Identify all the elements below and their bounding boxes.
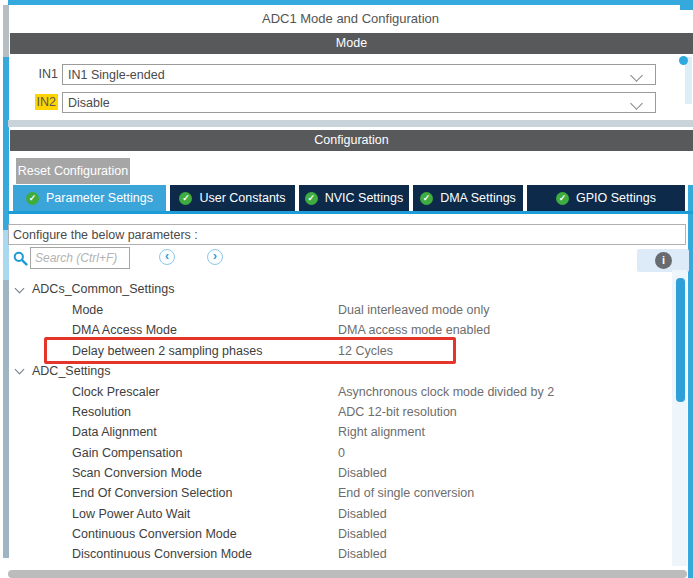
param-label: Delay between 2 sampling phases bbox=[72, 341, 262, 361]
param-value[interactable]: ADC 12-bit resolution bbox=[338, 402, 457, 422]
chevron-down-icon bbox=[630, 69, 643, 82]
param-row[interactable]: ResolutionADC 12-bit resolution bbox=[8, 402, 672, 422]
param-row[interactable]: Data AlignmentRight alignment bbox=[8, 422, 672, 442]
param-group-header[interactable]: ADC_Settings bbox=[8, 361, 672, 382]
right-panel-border bbox=[688, 185, 693, 578]
param-group-name: ADC_Settings bbox=[32, 361, 111, 382]
configure-parameters-hint: Configure the below parameters : bbox=[8, 224, 686, 245]
param-row[interactable]: Scan Conversion ModeDisabled bbox=[8, 463, 672, 483]
tab-label: DMA Settings bbox=[440, 191, 516, 205]
in1-select-value: IN1 Single-ended bbox=[68, 68, 165, 82]
in1-label: IN1 bbox=[0, 64, 58, 85]
param-row[interactable]: Gain Compensation0 bbox=[8, 443, 672, 463]
param-value[interactable]: Dual interleaved mode only bbox=[338, 300, 489, 320]
check-circle-icon: ✓ bbox=[420, 192, 433, 205]
info-icon: i bbox=[655, 252, 672, 269]
param-value[interactable]: Right alignment bbox=[338, 422, 425, 442]
param-row[interactable]: Clock PrescalerAsynchronous clock mode d… bbox=[8, 382, 672, 402]
tab-parameter-settings[interactable]: ✓ Parameter Settings bbox=[13, 185, 166, 211]
mode-scrollbar-thumb bbox=[679, 56, 688, 65]
configuration-section-header: Configuration bbox=[10, 130, 693, 151]
mode-horizontal-scrollbar[interactable] bbox=[8, 120, 693, 127]
param-group-header[interactable]: ADCs_Common_Settings bbox=[8, 279, 672, 300]
param-label: Scan Conversion Mode bbox=[72, 463, 202, 483]
param-value[interactable]: End of single conversion bbox=[338, 483, 474, 503]
param-label: Mode bbox=[72, 300, 103, 320]
param-label: Data Alignment bbox=[72, 422, 157, 442]
param-value[interactable]: Disabled bbox=[338, 463, 387, 483]
param-value[interactable]: Asynchronous clock mode divided by 2 bbox=[338, 382, 554, 402]
param-label: Low Power Auto Wait bbox=[72, 504, 190, 524]
tab-underline bbox=[8, 211, 693, 214]
tab-label: GPIO Settings bbox=[576, 191, 656, 205]
tab-label: User Constants bbox=[199, 191, 285, 205]
param-row[interactable]: End Of Conversion SelectionEnd of single… bbox=[8, 483, 672, 503]
in2-select[interactable]: Disable bbox=[62, 92, 656, 113]
check-circle-icon: ✓ bbox=[179, 192, 192, 205]
check-circle-icon: ✓ bbox=[305, 192, 318, 205]
in1-select[interactable]: IN1 Single-ended bbox=[62, 64, 656, 85]
tab-user-constants[interactable]: ✓ User Constants bbox=[170, 185, 295, 211]
param-value[interactable]: 12 Cycles bbox=[338, 341, 393, 361]
check-circle-icon: ✓ bbox=[26, 192, 39, 205]
param-row[interactable]: ModeDual interleaved mode only bbox=[8, 300, 672, 320]
search-next-button[interactable]: › bbox=[207, 249, 223, 265]
tab-nvic-settings[interactable]: ✓ NVIC Settings bbox=[299, 185, 409, 211]
in2-label-highlight: IN2 bbox=[35, 94, 58, 110]
tab-dma-settings[interactable]: ✓ DMA Settings bbox=[413, 185, 523, 211]
vertical-scrollbar-thumb[interactable] bbox=[676, 278, 685, 402]
param-row[interactable]: DMA Access ModeDMA access mode enabled bbox=[8, 320, 672, 340]
param-label: Continuous Conversion Mode bbox=[72, 524, 237, 544]
reset-configuration-button[interactable]: Reset Configuration bbox=[16, 158, 130, 184]
chevron-down-icon bbox=[15, 283, 25, 293]
search-previous-button[interactable]: ‹ bbox=[159, 249, 175, 265]
param-group-name: ADCs_Common_Settings bbox=[32, 279, 174, 300]
param-value[interactable]: DMA access mode enabled bbox=[338, 320, 490, 340]
info-button[interactable]: i bbox=[637, 249, 689, 272]
tab-label: Parameter Settings bbox=[46, 191, 153, 205]
param-value[interactable]: Disabled bbox=[338, 504, 387, 524]
param-label: Clock Prescaler bbox=[72, 382, 160, 402]
settings-tabs: ✓ Parameter Settings ✓ User Constants ✓ … bbox=[13, 185, 685, 211]
tab-label: NVIC Settings bbox=[325, 191, 404, 205]
param-value[interactable]: Disabled bbox=[338, 524, 387, 544]
in2-select-value: Disable bbox=[68, 96, 110, 110]
page-title: ADC1 Mode and Configuration bbox=[8, 5, 693, 33]
param-row[interactable]: Discontinuous Conversion ModeDisabled bbox=[8, 544, 672, 564]
param-row[interactable]: Delay between 2 sampling phases12 Cycles bbox=[8, 341, 672, 361]
tab-gpio-settings[interactable]: ✓ GPIO Settings bbox=[527, 185, 685, 211]
param-label: End Of Conversion Selection bbox=[72, 483, 233, 503]
param-label: Resolution bbox=[72, 402, 131, 422]
horizontal-scrollbar-thumb[interactable] bbox=[8, 570, 687, 578]
chevron-down-icon bbox=[15, 365, 25, 375]
param-row[interactable]: Continuous Conversion ModeDisabled bbox=[8, 524, 672, 544]
param-row[interactable]: Low Power Auto WaitDisabled bbox=[8, 504, 672, 524]
search-input[interactable] bbox=[30, 247, 130, 269]
check-circle-icon: ✓ bbox=[556, 192, 569, 205]
chevron-down-icon bbox=[630, 97, 643, 110]
adc1-mode-and-configuration-panel: ADC1 Mode and Configuration Mode IN1 IN1… bbox=[0, 0, 693, 578]
param-label: DMA Access Mode bbox=[72, 320, 177, 340]
param-value[interactable]: 0 bbox=[338, 443, 345, 463]
in2-label: IN2 bbox=[0, 92, 58, 113]
param-label: Gain Compensation bbox=[72, 443, 182, 463]
param-label: Discontinuous Conversion Mode bbox=[72, 544, 252, 564]
search-icon bbox=[13, 251, 28, 269]
mode-section-header: Mode bbox=[10, 33, 693, 54]
parameter-tree: ADCs_Common_SettingsModeDual interleaved… bbox=[8, 279, 672, 578]
param-value[interactable]: Disabled bbox=[338, 544, 387, 564]
